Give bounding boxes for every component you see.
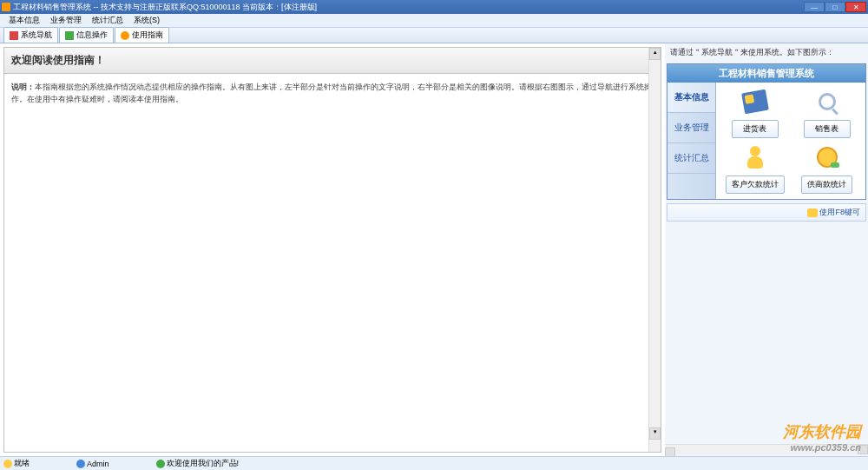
- sales-button[interactable]: 销售表: [804, 120, 851, 138]
- app-icon: [2, 3, 10, 11]
- menu-basic-info[interactable]: 基本信息: [3, 15, 45, 26]
- supplier-payment-button[interactable]: 供商款统计: [801, 175, 852, 194]
- tab-label: 信息操作: [76, 30, 108, 41]
- nav-card-customer-debt: 客户欠款统计: [721, 143, 788, 194]
- statusbar: 就绪 Admin 欢迎使用我们的产品!: [0, 456, 868, 470]
- status-welcome: 欢迎使用我们的产品!: [156, 458, 283, 469]
- menu-stats[interactable]: 统计汇总: [87, 15, 128, 26]
- status-ready: 就绪: [3, 458, 73, 469]
- sidebar-hint: 请通过＂系统导航＂来使用系统。如下图所示：: [665, 43, 868, 62]
- tab-info-ops[interactable]: 信息操作: [59, 27, 114, 43]
- watermark: 河东软件园 www.pc0359.cn: [783, 421, 861, 453]
- scroll-up-button[interactable]: ▴: [649, 48, 661, 60]
- status-ready-text: 就绪: [14, 458, 30, 469]
- desc-label: 说明：: [11, 83, 35, 91]
- customer-debt-button[interactable]: 客户欠款统计: [726, 175, 785, 194]
- side-tab-business[interactable]: 业务管理: [667, 113, 715, 143]
- status-welcome-text: 欢迎使用我们的产品!: [167, 458, 240, 469]
- titlebar: 工程材料销售管理系统 -- 技术支持与注册正版联系QQ:510000118 当前…: [0, 0, 868, 14]
- minimize-button[interactable]: —: [804, 2, 825, 12]
- nav-cards: 进货表 销售表 客户欠款统计 供商款统计: [716, 83, 865, 199]
- sidebar-footer-text: 使用F8键可: [819, 208, 860, 216]
- window-title: 工程材料销售管理系统 -- 技术支持与注册正版联系QQ:510000118 当前…: [13, 2, 804, 13]
- tab-label: 使用指南: [132, 30, 163, 41]
- watermark-brand: 河东软件园: [783, 423, 861, 440]
- content-area: 欢迎阅读使用指南！ 说明：本指南根据您的系统操作情况动态提供相应的操作指南。从有…: [0, 43, 665, 456]
- user-icon: [76, 460, 85, 468]
- content-header: 欢迎阅读使用指南！: [4, 48, 661, 74]
- nav-panel: 工程材料销售管理系统 基本信息 业务管理 统计汇总 进货表 销售表: [667, 63, 866, 200]
- tabbar: 系统导航 信息操作 使用指南: [0, 28, 868, 43]
- desc-text: 本指南根据您的系统操作情况动态提供相应的操作指南。从有图上来讲，左半部分是针对当…: [11, 83, 652, 103]
- ready-icon: [3, 460, 12, 468]
- guide-title: 欢迎阅读使用指南！: [11, 53, 654, 68]
- purchase-button[interactable]: 进货表: [732, 120, 779, 138]
- sidebar: 请通过＂系统导航＂来使用系统。如下图所示： 工程材料销售管理系统 基本信息 业务…: [665, 43, 868, 456]
- watermark-url: www.pc0359.cn: [783, 442, 861, 453]
- nav-card-supplier-payment: 供商款统计: [793, 143, 860, 194]
- menubar: 基本信息 业务管理 统计汇总 系统(S): [0, 14, 868, 28]
- person-icon: [740, 143, 771, 171]
- nav-panel-title: 工程材料销售管理系统: [667, 64, 865, 83]
- close-button[interactable]: ✕: [845, 2, 866, 12]
- side-tab-stats[interactable]: 统计汇总: [667, 143, 715, 174]
- maximize-button[interactable]: □: [825, 2, 845, 12]
- vertical-scrollbar[interactable]: ▴ ▾: [648, 48, 661, 452]
- welcome-icon: [156, 460, 165, 468]
- sidebar-footer[interactable]: 使用F8键可: [667, 203, 866, 222]
- nav-icon: [10, 31, 18, 40]
- status-user: Admin: [76, 460, 153, 468]
- menu-system[interactable]: 系统(S): [128, 15, 165, 26]
- guide-icon: [121, 31, 129, 40]
- tab-system-nav[interactable]: 系统导航: [3, 27, 58, 43]
- nav-card-sales: 销售表: [793, 88, 860, 138]
- scroll-down-button[interactable]: ▾: [649, 427, 661, 440]
- tab-label: 系统导航: [21, 30, 52, 41]
- status-user-text: Admin: [87, 460, 109, 468]
- magnifier-icon: [812, 88, 843, 116]
- coin-icon: [812, 143, 843, 171]
- tab-user-guide[interactable]: 使用指南: [115, 27, 169, 43]
- keyboard-icon: [807, 209, 818, 217]
- menu-business[interactable]: 业务管理: [45, 15, 87, 26]
- side-tabs: 基本信息 业务管理 统计汇总: [667, 83, 716, 199]
- nav-card-purchase: 进货表: [721, 88, 788, 138]
- book-icon: [740, 88, 771, 116]
- guide-body: 说明：本指南根据您的系统操作情况动态提供相应的操作指南。从有图上来讲，左半部分是…: [4, 74, 661, 113]
- side-tab-basic-info[interactable]: 基本信息: [667, 83, 715, 113]
- info-icon: [65, 31, 74, 40]
